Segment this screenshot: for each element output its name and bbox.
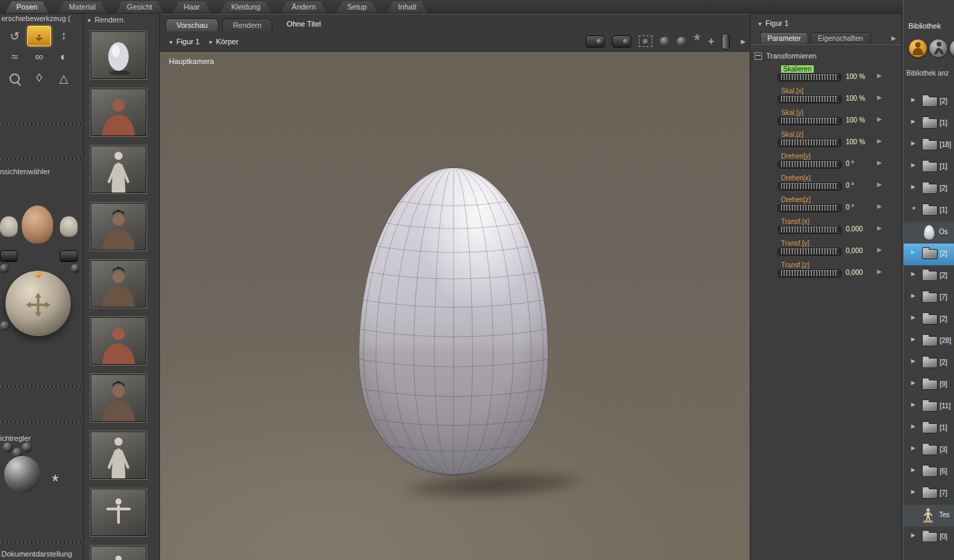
chevron-right-icon[interactable]	[911, 445, 915, 451]
param-dial-drehen-x[interactable]	[778, 182, 842, 190]
library-folder-row[interactable]: [1]	[904, 200, 954, 222]
viewport-tab-vorschau[interactable]: Vorschau	[165, 18, 219, 31]
figures-category-icon[interactable]	[909, 39, 927, 57]
preview-canvas[interactable]: Hauptkamera	[160, 52, 750, 560]
render-thumbnail-6[interactable]	[91, 317, 146, 365]
light-sphere-1[interactable]	[3, 442, 13, 452]
room-tab-kleidung[interactable]: Kleidung	[220, 1, 271, 13]
camera-dot-left[interactable]	[0, 264, 9, 273]
library-folder-row[interactable]: [2]	[904, 91, 954, 113]
camera-flash-icon[interactable]	[612, 35, 631, 48]
chevron-right-icon[interactable]	[911, 401, 915, 408]
param-dial-drehen-y[interactable]	[778, 161, 842, 168]
param-menu-icon[interactable]	[877, 116, 882, 122]
library-folder-row[interactable]: [18]	[904, 135, 954, 157]
param-dial-transf-y[interactable]	[778, 248, 842, 255]
param-menu-icon[interactable]	[877, 159, 882, 166]
param-menu-icon[interactable]	[877, 246, 882, 253]
param-dial-transf-x[interactable]	[778, 226, 842, 233]
panel-expand-icon[interactable]	[891, 35, 896, 42]
head-camera-preview[interactable]	[22, 205, 53, 244]
chevron-right-icon[interactable]	[911, 140, 915, 146]
room-tab-material[interactable]: Material	[58, 1, 106, 13]
camera-icon[interactable]	[586, 35, 605, 48]
parameters-tab-parameter[interactable]: Parameter	[760, 32, 808, 44]
capsule-icon[interactable]	[722, 33, 730, 50]
twist-tool-icon[interactable]: ≈	[3, 47, 27, 67]
sphere-icon-2[interactable]	[677, 37, 686, 46]
library-folder-row[interactable]: [1]	[904, 113, 954, 135]
sphere-icon[interactable]	[660, 37, 669, 46]
collapse-group-icon[interactable]	[754, 52, 762, 60]
chevron-right-icon[interactable]	[911, 249, 915, 255]
param-dial-skal-y[interactable]	[778, 117, 842, 125]
chevron-right-icon[interactable]	[911, 184, 915, 190]
room-tab-inhalt[interactable]: Inhalt	[387, 1, 428, 13]
chevron-right-icon[interactable]	[911, 423, 915, 429]
library-folder-row[interactable]: [1]	[904, 157, 954, 178]
cross-arrows-icon[interactable]	[708, 36, 714, 47]
thumbnail-panel-header[interactable]: Rendern.	[86, 16, 125, 24]
library-folder-row[interactable]: [7]	[904, 287, 954, 309]
render-thumbnail-5[interactable]	[91, 260, 146, 308]
library-folder-row[interactable]: [7]	[904, 483, 954, 505]
props-category-icon[interactable]	[950, 39, 954, 57]
egg-3d-model[interactable]	[336, 161, 571, 482]
library-folder-row[interactable]: [2]	[904, 178, 954, 200]
room-tab-haar[interactable]: Haar	[173, 1, 211, 13]
render-thumbnail-9[interactable]	[91, 489, 146, 536]
chevron-right-icon[interactable]	[911, 380, 915, 386]
param-dial-skal-x[interactable]	[778, 95, 842, 103]
viewport-tab-rendern[interactable]: Rendern	[222, 18, 272, 31]
color-tool-icon[interactable]: ◊	[27, 68, 51, 88]
magnifier-tool-icon[interactable]	[3, 68, 27, 88]
render-thumbnail-4[interactable]	[91, 203, 146, 250]
param-menu-icon[interactable]	[877, 181, 882, 188]
light-globe[interactable]	[4, 456, 41, 493]
library-folder-row[interactable]: [2]	[904, 265, 954, 287]
gear-icon[interactable]	[694, 36, 701, 47]
param-dial-drehen-z[interactable]	[778, 204, 842, 212]
library-folder-row[interactable]: [11]	[904, 396, 954, 418]
library-folder-row[interactable]: [28]	[904, 331, 954, 352]
chevron-right-icon[interactable]	[911, 336, 915, 342]
light-sphere-3[interactable]	[22, 442, 32, 452]
render-thumbnail-1[interactable]	[91, 31, 146, 79]
library-folder-row[interactable]: [2]	[904, 309, 954, 331]
param-menu-icon[interactable]	[877, 137, 882, 144]
library-folder-row[interactable]: [3]	[904, 440, 954, 461]
room-tab-posen[interactable]: Posen	[5, 1, 48, 13]
library-folder-row[interactable]: [9]	[904, 374, 954, 396]
camera-knob-left[interactable]	[0, 250, 18, 262]
render-thumbnail-3[interactable]	[91, 146, 146, 193]
room-tab-gesicht[interactable]: Gesicht	[116, 1, 163, 13]
chain-break-tool-icon[interactable]: ∞	[27, 47, 51, 67]
translate-in-out-tool-icon[interactable]: ↕	[52, 26, 76, 46]
library-folder-row[interactable]: [6]	[904, 461, 954, 483]
camera-knob-right[interactable]	[60, 250, 78, 262]
trackball-marker-dot[interactable]	[35, 272, 41, 278]
chevron-right-icon[interactable]	[911, 314, 915, 320]
room-tab-ndern[interactable]: Ändern	[281, 1, 326, 13]
rotate-tool-icon[interactable]: ↺	[3, 26, 27, 46]
chevron-right-icon[interactable]	[911, 97, 915, 103]
body-part-dropdown[interactable]: Körper	[208, 37, 238, 46]
library-folder-row[interactable]: [1]	[904, 418, 954, 440]
parameters-figure-dropdown[interactable]: Figur 1	[757, 19, 789, 27]
param-menu-icon[interactable]	[877, 72, 882, 79]
parameters-tab-eigenschaften[interactable]: Eigenschaften	[810, 32, 871, 44]
library-folder-row[interactable]: [0]	[904, 527, 954, 548]
chevron-right-icon[interactable]	[911, 162, 915, 168]
poses-category-icon[interactable]	[929, 39, 947, 57]
figure-dropdown[interactable]: Figur 1	[168, 37, 200, 46]
right-hand-camera-icon[interactable]	[60, 216, 78, 237]
chevron-right-icon[interactable]	[911, 118, 915, 125]
light-intensity-icon[interactable]	[52, 471, 59, 492]
chevron-right-icon[interactable]	[911, 271, 915, 277]
render-thumbnail-10[interactable]	[91, 546, 146, 560]
library-folder-row[interactable]: [2]	[904, 244, 954, 265]
camera-dot-bottom-left[interactable]	[0, 321, 10, 331]
left-hand-camera-icon[interactable]	[0, 216, 18, 237]
param-dial-skalieren[interactable]	[778, 73, 842, 81]
render-thumbnail-8[interactable]	[91, 431, 146, 479]
